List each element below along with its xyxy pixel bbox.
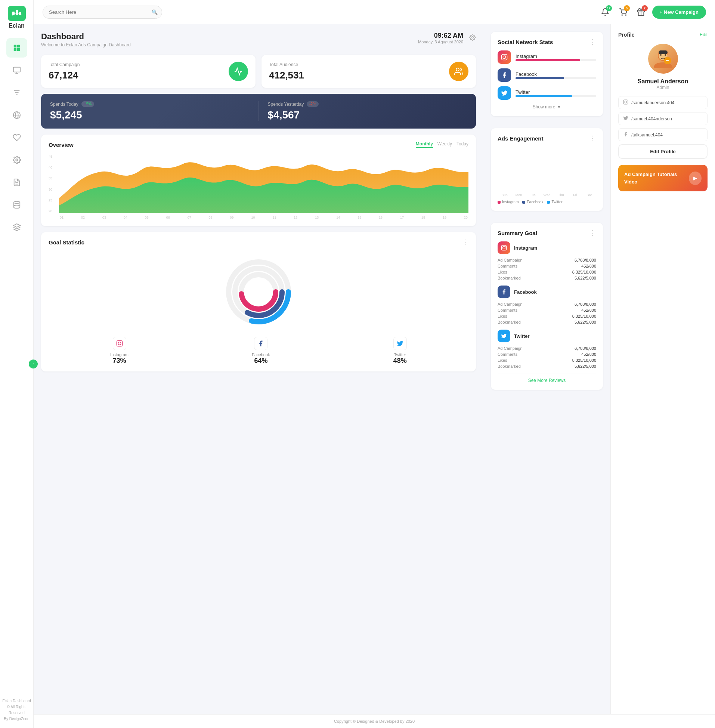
see-more-reviews-btn[interactable]: See More Reviews	[498, 373, 596, 383]
summary-goal-card: Summary Goal ⋮ Instagram Ad Campaign 6,7…	[491, 223, 603, 390]
svg-point-44	[660, 54, 662, 56]
sidebar-item-report[interactable]	[6, 173, 27, 192]
sidebar-item-globe[interactable]	[6, 106, 27, 125]
svg-rect-33	[116, 341, 122, 346]
edit-profile-button[interactable]: Edit Profile	[618, 144, 707, 159]
sidebar-item-filter[interactable]	[6, 83, 27, 103]
spends-card: Spends Today +5% $5,245 Spends Yesterday…	[41, 94, 476, 128]
ads-engagement-title: Ads Engagement	[498, 135, 543, 142]
spend-today-block: Spends Today +5% $5,245	[50, 101, 250, 121]
chart-x-label: 07	[187, 216, 191, 219]
summary-goal-title: Summary Goal	[498, 230, 537, 236]
legend-instagram: Instagram 73%	[110, 337, 128, 365]
twitter-bar	[516, 95, 572, 97]
svg-point-51	[627, 101, 627, 101]
engagement-day-label: Wed	[540, 193, 554, 197]
search-input[interactable]	[42, 6, 162, 19]
legend-twitter: Twitter 48%	[393, 337, 407, 365]
profile-label: Profile	[618, 32, 635, 38]
summary-twitter-icon	[498, 329, 510, 342]
engagement-day-labels: SunMonTueWedThuFriSat	[498, 193, 596, 197]
page-footer: Copyright © Designed & Developed by 2020	[34, 714, 715, 728]
facebook-bar-wrap	[516, 77, 596, 79]
avatar	[648, 44, 678, 74]
engagement-more-btn[interactable]: ⋮	[590, 135, 596, 142]
chart-x-label: 05	[145, 216, 149, 219]
tab-today[interactable]: Today	[457, 141, 468, 148]
goal-card: Goal Statistic ⋮	[41, 232, 476, 372]
social-instagram-item: Instagram	[498, 50, 596, 64]
dashboard-title: Dashboard	[41, 32, 131, 41]
summary-tw-bookmarked: Bookmarked 5,622/5,000	[498, 364, 596, 369]
goal-legends: Instagram 73% Facebook 64%	[48, 337, 468, 365]
profile-panel: Profile Edit S	[610, 24, 715, 714]
dashboard-subtitle: Welcome to Eclan Ads Campaign Dashboard	[41, 42, 131, 47]
total-audience-label: Total Audience	[269, 62, 304, 67]
svg-point-25	[472, 36, 474, 38]
goal-more-btn[interactable]: ⋮	[462, 239, 468, 246]
total-audience-value: 412,531	[269, 69, 304, 81]
engagement-day-label: Sat	[582, 193, 596, 197]
summary-facebook-platform: Facebook	[498, 285, 596, 298]
chart-x-label: 15	[358, 216, 361, 219]
profile-edit-link[interactable]: Edit	[700, 32, 707, 37]
sidebar-item-settings[interactable]	[6, 150, 27, 170]
chart-x-label: 12	[294, 216, 297, 219]
sidebar-item-monitor[interactable]	[6, 60, 27, 80]
stats-row: Total Campaign 67,124 Total Audience 412…	[41, 55, 476, 88]
sidebar-item-database[interactable]	[6, 195, 27, 214]
total-campaign-value: 67,124	[48, 69, 80, 81]
facebook-platform-icon	[498, 68, 511, 82]
svg-point-41	[505, 246, 505, 247]
notifications-btn[interactable]: 12	[599, 5, 612, 19]
eng-legend-dot-twitter	[547, 201, 550, 204]
engagement-day-label: Fri	[568, 193, 582, 197]
dashboard-time: 09:62 AM	[418, 32, 463, 39]
dashboard-settings-btn[interactable]	[469, 34, 476, 42]
new-campaign-button[interactable]: + New Campaign	[652, 6, 706, 19]
sidebar-logo: Eclan	[8, 6, 26, 29]
svg-point-19	[14, 201, 20, 204]
legend-facebook-icon	[254, 337, 267, 350]
svg-rect-39	[501, 245, 506, 250]
notifications-badge: 12	[606, 5, 612, 11]
gift-btn[interactable]: 2	[634, 5, 648, 19]
cart-btn[interactable]: 5	[616, 5, 630, 19]
facebook-platform-name: Facebook	[516, 71, 596, 77]
gift-badge: 2	[642, 5, 648, 11]
svg-rect-6	[17, 48, 20, 51]
footer-text: Copyright © Designed & Developed by 2020	[334, 719, 415, 723]
tab-weekly[interactable]: Weekly	[437, 141, 452, 148]
svg-rect-49	[623, 100, 628, 104]
sidebar-footer-line2: © All Rights Reserved	[0, 704, 33, 716]
chart-x-label: 03	[103, 216, 106, 219]
sidebar-item-layers[interactable]	[6, 217, 27, 237]
summary-more-btn[interactable]: ⋮	[590, 230, 596, 236]
overview-title: Overview	[48, 142, 74, 148]
play-button[interactable]: ▶	[689, 172, 701, 185]
svg-rect-4	[17, 45, 20, 47]
right-main-column: Social Network Stats ⋮ Instagram	[483, 24, 610, 714]
tab-monthly[interactable]: Monthly	[416, 141, 433, 148]
sidebar-item-heart[interactable]	[6, 128, 27, 147]
show-more-btn[interactable]: Show more ▼	[498, 104, 596, 109]
svg-point-50	[624, 101, 627, 103]
summary-ig-ad-campaign: Ad Campaign 6,788/8,000	[498, 258, 596, 262]
sidebar: Eclan Eclan Dashboard ©	[0, 0, 34, 728]
ad-tutorial-banner: Ad Campaign Tutorials Video ▶	[618, 165, 707, 191]
header-icons: 12 5 2 + New Campaign	[599, 5, 706, 19]
search-box: 🔍	[42, 6, 162, 19]
summary-fb-likes: Likes 8,325/10,000	[498, 314, 596, 319]
audience-icon	[449, 62, 468, 81]
svg-rect-3	[14, 45, 16, 47]
legend-facebook-pct: 64%	[252, 357, 270, 365]
twitter-bar-wrap	[516, 95, 596, 97]
social-facebook-item: Facebook	[498, 68, 596, 82]
legend-twitter-label: Twitter	[393, 352, 407, 357]
social-more-btn[interactable]: ⋮	[590, 38, 596, 45]
sidebar-collapse-btn[interactable]: ‹	[29, 359, 38, 369]
ad-tutorial-text: Ad Campaign Tutorials Video	[624, 171, 689, 185]
sidebar-item-dashboard[interactable]	[6, 38, 27, 57]
chart-x-label: 14	[336, 216, 340, 219]
logo-text: Eclan	[9, 23, 25, 29]
